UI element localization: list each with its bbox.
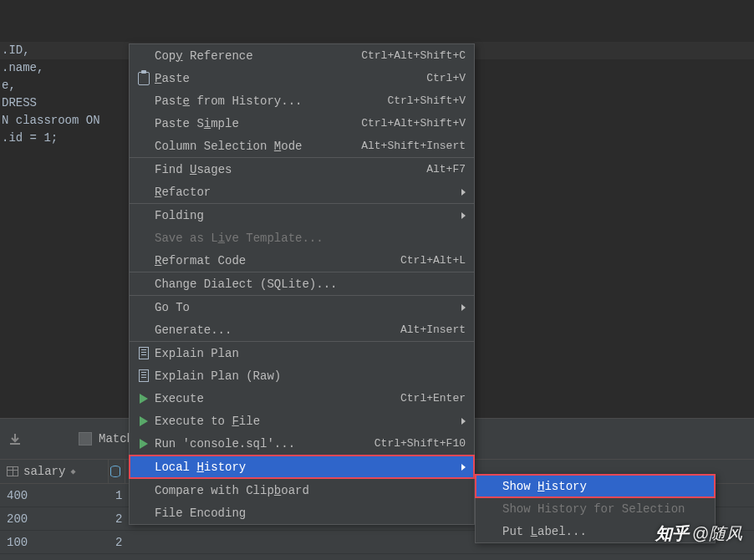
menu-label: File Encoding <box>155 507 466 520</box>
submenu-arrow-icon <box>461 212 466 219</box>
database-icon <box>110 466 120 477</box>
column-label: salary <box>23 465 65 478</box>
menu-label: Paste Simple <box>155 117 361 130</box>
menu-shortcut: Ctrl+Alt+Shift+C <box>361 49 466 62</box>
menu-shortcut: Ctrl+Shift+V <box>387 94 466 107</box>
menu-item-column-selection-mode[interactable]: Column Selection ModeAlt+Shift+Insert <box>130 135 474 157</box>
menu-label: Local History <box>155 461 456 474</box>
menu-label: Paste from History... <box>155 94 387 108</box>
menu-item-change-dialect[interactable]: Change Dialect (SQLite)... <box>130 272 474 295</box>
menu-label: Go To <box>155 301 456 314</box>
menu-label: Copy Reference <box>155 49 361 63</box>
menu-shortcut: Ctrl+V <box>426 72 466 84</box>
submenu-arrow-icon <box>461 304 466 311</box>
play-icon <box>140 394 148 404</box>
menu-item-explain-plan-raw[interactable]: Explain Plan (Raw) <box>130 364 474 387</box>
document-icon <box>139 347 149 359</box>
menu-item-save-as-live-template: Save as Live Template... <box>130 227 474 249</box>
menu-item-reformat-code[interactable]: Reformat CodeCtrl+Alt+L <box>130 249 474 272</box>
menu-item-compare-with-clipboard[interactable]: Compare with Clipboard <box>130 479 474 501</box>
menu-item-run-console[interactable]: Run 'console.sql'...Ctrl+Shift+F10 <box>130 432 474 455</box>
menu-label: Generate... <box>155 323 400 337</box>
menu-label: Column Selection Mode <box>155 140 361 153</box>
cell-salary[interactable]: 100 <box>0 536 109 549</box>
menu-item-refactor[interactable]: Refactor <box>130 181 474 203</box>
menu-item-file-encoding[interactable]: File Encoding <box>130 501 474 524</box>
menu-label: Explain Plan (Raw) <box>155 369 466 383</box>
play-icon <box>140 439 148 449</box>
menu-shortcut: Alt+Insert <box>400 323 466 336</box>
submenu-label: Show History for Selection <box>502 502 706 516</box>
watermark-handle: @随风 <box>692 522 742 545</box>
menu-item-local-history[interactable]: Local History <box>130 456 474 478</box>
menu-item-explain-plan[interactable]: Explain Plan <box>130 342 474 364</box>
menu-item-folding[interactable]: Folding <box>130 204 474 227</box>
menu-label: Paste <box>155 72 426 85</box>
table-icon <box>7 466 18 476</box>
menu-shortcut: Alt+Shift+Insert <box>361 140 466 152</box>
menu-label: Run 'console.sql'... <box>155 437 374 451</box>
menu-item-copy-reference[interactable]: Copy ReferenceCtrl+Alt+Shift+C <box>130 44 474 67</box>
menu-item-execute[interactable]: ExecuteCtrl+Enter <box>130 387 474 410</box>
menu-shortcut: Alt+F7 <box>426 163 466 176</box>
menu-item-paste-from-history[interactable]: Paste from History...Ctrl+Shift+V <box>130 89 474 112</box>
menu-icon-slot <box>133 72 155 85</box>
sort-indicator-icon: ◆ <box>70 466 75 476</box>
menu-item-generate[interactable]: Generate...Alt+Insert <box>130 318 474 341</box>
submenu-arrow-icon <box>461 464 466 471</box>
menu-icon-slot <box>133 439 155 449</box>
menu-label: Execute to File <box>155 415 456 428</box>
menu-label: Reformat Code <box>155 254 400 267</box>
menu-label: Save as Live Template... <box>155 232 466 245</box>
document-icon <box>139 369 149 382</box>
menu-shortcut: Ctrl+Enter <box>400 392 466 405</box>
menu-icon-slot <box>133 394 155 404</box>
clipboard-icon <box>138 72 150 85</box>
menu-label: Change Dialect (SQLite)... <box>155 277 466 291</box>
menu-label: Compare with Clipboard <box>155 484 466 497</box>
menu-shortcut: Ctrl+Alt+L <box>400 254 466 267</box>
watermark: 知乎 @随风 <box>655 522 742 545</box>
menu-label: Refactor <box>155 186 456 199</box>
submenu-item-show-history-selection: Show History for Selection <box>476 497 715 520</box>
cell-salary[interactable]: 200 <box>0 512 109 526</box>
menu-icon-slot <box>133 416 155 426</box>
menu-label: Find Usages <box>155 163 426 176</box>
match-case-checkbox[interactable] <box>79 432 92 445</box>
submenu-arrow-icon <box>461 418 466 425</box>
play-icon <box>140 416 148 426</box>
menu-shortcut: Ctrl+Alt+Shift+V <box>361 117 466 130</box>
context-menu[interactable]: Copy ReferenceCtrl+Alt+Shift+CPasteCtrl+… <box>129 43 475 525</box>
submenu-label: Show History <box>502 480 706 493</box>
zhihu-logo: 知乎 <box>655 522 689 545</box>
menu-item-paste[interactable]: PasteCtrl+V <box>130 67 474 89</box>
menu-item-find-usages[interactable]: Find UsagesAlt+F7 <box>130 158 474 181</box>
submenu-item-show-history[interactable]: Show History <box>476 475 715 497</box>
column-header-salary[interactable]: salary ◆ <box>0 460 109 483</box>
menu-shortcut: Ctrl+Shift+F10 <box>374 437 466 450</box>
menu-icon-slot <box>133 347 155 359</box>
submenu-arrow-icon <box>461 189 466 196</box>
column-header-icon[interactable] <box>109 460 125 483</box>
cell-salary[interactable]: 400 <box>0 489 109 502</box>
menu-item-paste-simple[interactable]: Paste SimpleCtrl+Alt+Shift+V <box>130 112 474 135</box>
menu-item-execute-to-file[interactable]: Execute to File <box>130 410 474 432</box>
menu-icon-slot <box>133 369 155 382</box>
cell-other[interactable]: 2 <box>109 536 159 549</box>
download-icon[interactable] <box>7 430 23 447</box>
menu-label: Folding <box>155 209 456 222</box>
menu-item-go-to[interactable]: Go To <box>130 296 474 318</box>
menu-label: Execute <box>155 392 400 405</box>
menu-label: Explain Plan <box>155 347 466 360</box>
